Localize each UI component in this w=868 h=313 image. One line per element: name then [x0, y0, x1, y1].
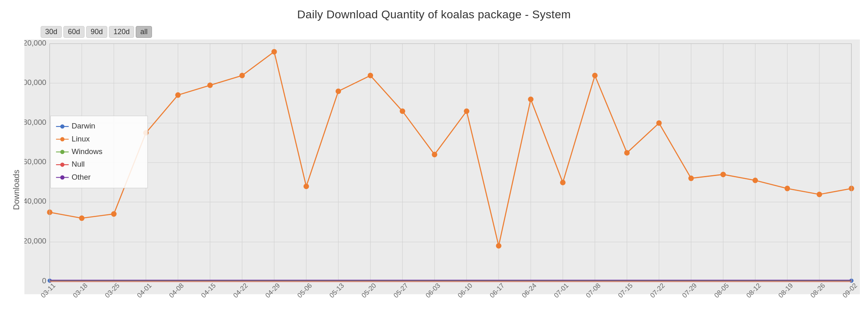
legend-linux-label: Linux [72, 135, 90, 143]
linux-dot-23 [785, 186, 790, 191]
linux-dot-18 [625, 150, 629, 156]
legend-other-dot [60, 175, 64, 179]
linux-dot-10 [368, 73, 373, 78]
y-tick-120k: 120,000 [24, 39, 46, 47]
main-chart-svg: 0 20,000 40,000 60,000 80,000 100,000 12… [24, 39, 860, 311]
legend-linux-dot [60, 137, 64, 141]
chart-title: Daily Download Quantity of koalas packag… [297, 8, 571, 21]
linux-dot-1 [79, 216, 84, 221]
linux-dot-16 [560, 180, 565, 185]
y-tick-40k: 40,000 [24, 197, 46, 205]
linux-dot-4 [176, 93, 180, 98]
btn-30d[interactable]: 30d [41, 26, 62, 38]
btn-120d[interactable]: 120d [109, 26, 134, 38]
btn-60d[interactable]: 60d [63, 26, 85, 38]
linux-dot-15 [528, 97, 533, 102]
linux-dot-19 [656, 121, 661, 126]
linux-dot-17 [592, 73, 597, 78]
y-tick-60k: 60,000 [24, 157, 46, 166]
chart-area: Downloads [8, 39, 860, 313]
linux-dot-9 [336, 89, 341, 94]
linux-dot-24 [817, 192, 822, 197]
chart-bg [24, 39, 860, 294]
legend-windows-dot [60, 150, 64, 154]
chart-container: Daily Download Quantity of koalas packag… [0, 0, 868, 313]
linux-dot-13 [464, 109, 469, 114]
legend-null-label: Null [72, 160, 85, 168]
linux-dot-6 [240, 73, 245, 78]
legend-other-label: Other [72, 173, 91, 181]
btn-90d[interactable]: 90d [86, 26, 107, 38]
legend-windows-label: Windows [72, 147, 102, 156]
legend-darwin-dot [60, 124, 64, 128]
linux-dot-8 [304, 184, 308, 189]
y-tick-20k: 20,000 [24, 237, 46, 245]
linux-dot-7 [271, 49, 276, 54]
linux-dot-12 [432, 152, 437, 157]
y-tick-100k: 100,000 [24, 78, 46, 87]
y-tick-80k: 80,000 [24, 118, 46, 126]
chart-inner: 0 20,000 40,000 60,000 80,000 100,000 12… [24, 39, 860, 313]
legend-darwin-label: Darwin [72, 122, 95, 130]
y-axis-label: Downloads [8, 39, 24, 313]
linux-dot-20 [688, 176, 693, 181]
linux-dot-21 [720, 172, 725, 177]
y-tick-0: 0 [42, 276, 46, 285]
time-buttons: 30d 60d 90d 120d all [41, 26, 152, 38]
btn-all[interactable]: all [136, 26, 152, 38]
linux-dot-22 [753, 178, 757, 183]
linux-dot-11 [400, 109, 405, 114]
linux-dot-14 [496, 243, 501, 248]
linux-dot-5 [208, 83, 213, 88]
linux-dot-2 [111, 211, 116, 217]
x-axis-label: Date [24, 311, 860, 313]
svg-wrapper: 0 20,000 40,000 60,000 80,000 100,000 12… [24, 39, 860, 311]
legend-null-dot [60, 163, 64, 167]
